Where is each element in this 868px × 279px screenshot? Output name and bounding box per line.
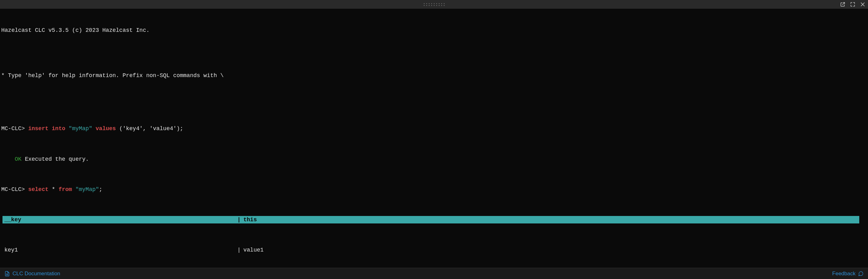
cell-key: key1 bbox=[2, 246, 237, 254]
drag-handle-icon[interactable] bbox=[424, 3, 444, 6]
clc-terminal-window: Hazelcast CLC v5.3.5 (c) 2023 Hazelcast … bbox=[0, 0, 868, 279]
sql-identifier: "myMap" bbox=[75, 186, 99, 192]
prompt: MC-CLC> bbox=[1, 125, 25, 132]
prompt: MC-CLC> bbox=[1, 186, 25, 192]
document-icon bbox=[4, 271, 10, 277]
sql-keyword: values bbox=[96, 125, 116, 132]
command-line-insert: MC-CLC> insert into "myMap" values ('key… bbox=[1, 125, 867, 132]
blank-line bbox=[1, 95, 867, 102]
chat-icon bbox=[858, 271, 864, 277]
footer-bar: CLC Documentation Feedback bbox=[0, 268, 868, 279]
col-separator: | bbox=[237, 246, 242, 254]
sql-keyword: from bbox=[59, 186, 72, 192]
cell-value: value1 bbox=[242, 246, 859, 254]
terminal-output[interactable]: Hazelcast CLC v5.3.5 (c) 2023 Hazelcast … bbox=[0, 9, 868, 268]
result-table-header: __key | this bbox=[2, 216, 859, 223]
sql-args: ('key4', 'value4'); bbox=[119, 125, 183, 132]
col-header-key: __key bbox=[2, 216, 237, 223]
blank-line bbox=[1, 49, 867, 57]
result-ok-line: OK Executed the query. bbox=[1, 155, 867, 163]
sql-keyword: insert bbox=[28, 125, 49, 132]
sql-star: * bbox=[52, 186, 55, 192]
sql-keyword: into bbox=[52, 125, 65, 132]
ok-text: Executed the query. bbox=[25, 156, 89, 162]
doc-link[interactable]: CLC Documentation bbox=[4, 271, 60, 277]
ok-label: OK bbox=[15, 156, 22, 162]
feedback-label: Feedback bbox=[832, 271, 856, 277]
maximize-icon[interactable] bbox=[850, 2, 856, 7]
banner-line: Hazelcast CLC v5.3.5 (c) 2023 Hazelcast … bbox=[1, 27, 867, 34]
sql-semi: ; bbox=[99, 186, 102, 192]
close-icon[interactable] bbox=[860, 2, 866, 7]
doc-link-label: CLC Documentation bbox=[12, 271, 60, 277]
help-line: * Type 'help' for help information. Pref… bbox=[1, 72, 867, 79]
command-line-select: MC-CLC> select * from "myMap"; bbox=[1, 186, 867, 193]
sql-keyword: select bbox=[28, 186, 49, 192]
col-header-this: this bbox=[242, 216, 859, 223]
sql-identifier: "myMap" bbox=[69, 125, 92, 132]
table-row: key1 | value1 bbox=[2, 246, 859, 254]
popout-icon[interactable] bbox=[840, 2, 845, 7]
titlebar bbox=[0, 0, 868, 9]
col-separator: | bbox=[237, 216, 242, 223]
feedback-link[interactable]: Feedback bbox=[832, 271, 864, 277]
